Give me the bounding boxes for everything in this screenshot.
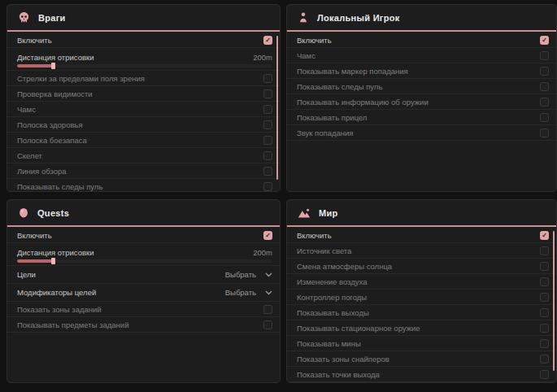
setting-label: Включить xyxy=(297,36,332,45)
setting-row[interactable]: Показывать предметы заданий xyxy=(7,317,280,333)
panel-enemies: Враги Включить✓Дистанция отрисовки200mСт… xyxy=(7,4,281,192)
setting-value: 200m xyxy=(253,248,272,257)
setting-row[interactable]: Чамс xyxy=(7,102,280,117)
checkbox[interactable] xyxy=(540,82,549,91)
checkbox[interactable] xyxy=(263,105,272,114)
setting-row[interactable]: Включить✓ xyxy=(7,33,280,48)
panel-enemies-body: Включить✓Дистанция отрисовки200mСтрелки … xyxy=(7,32,280,192)
checkbox[interactable] xyxy=(540,128,549,137)
setting-row[interactable]: Чамс xyxy=(287,48,556,63)
setting-row[interactable]: Звук попадания xyxy=(287,125,556,141)
checkbox[interactable]: ✓ xyxy=(540,231,549,240)
setting-row[interactable]: Показать зоны снайперов xyxy=(287,351,556,367)
checkbox[interactable]: ✓ xyxy=(263,36,272,45)
panel-local-player: Локальный Игрок Включить✓ЧамсПоказывать … xyxy=(286,4,557,192)
setting-row[interactable]: Показывать выходы xyxy=(287,305,556,320)
setting-label: Показывать предметы заданий xyxy=(17,320,128,329)
checkbox[interactable] xyxy=(540,262,549,271)
checkbox[interactable] xyxy=(263,167,272,176)
setting-row[interactable]: Показывать следы пуль xyxy=(287,79,556,94)
mountain-icon xyxy=(298,207,311,219)
checkbox[interactable] xyxy=(263,136,272,145)
checkbox[interactable] xyxy=(540,113,549,122)
scrollbar[interactable] xyxy=(553,231,555,371)
setting-row[interactable]: Показывать следы пуль xyxy=(7,179,280,192)
setting-row[interactable]: Показывать маркер попадания xyxy=(287,63,556,79)
setting-label: Полоска боезапаса xyxy=(17,136,87,145)
checkbox[interactable] xyxy=(540,339,549,348)
setting-label: Скелет xyxy=(17,151,42,160)
slider-thumb[interactable] xyxy=(51,258,55,264)
setting-label: Показывать прицел xyxy=(297,113,367,122)
checkbox[interactable] xyxy=(540,51,549,60)
setting-row[interactable]: Источник света xyxy=(287,243,556,259)
checkbox[interactable] xyxy=(263,120,272,129)
setting-label: Дистанция отрисовки xyxy=(17,248,94,257)
settings-grid: Враги Включить✓Дистанция отрисовки200mСт… xyxy=(0,0,557,392)
checkbox[interactable] xyxy=(540,355,549,364)
setting-row[interactable]: Стрелки за пределами поля зрения xyxy=(7,71,280,86)
slider-fill xyxy=(17,259,53,263)
panel-world: Мир Включить✓Источник светаСмена атмосфе… xyxy=(286,199,557,383)
egg-icon xyxy=(18,207,29,219)
setting-label: Звук попадания xyxy=(297,128,354,137)
setting-row[interactable]: Дистанция отрисовки200m xyxy=(7,243,280,266)
checkbox[interactable]: ✓ xyxy=(263,231,272,240)
panel-world-header: Мир xyxy=(287,200,556,227)
setting-row[interactable]: Линия обзора xyxy=(7,163,280,179)
checkbox[interactable] xyxy=(540,98,549,107)
setting-row[interactable]: Изменение воздуха xyxy=(287,274,556,290)
dropdown-button[interactable]: Выбрать xyxy=(225,270,272,279)
slider-fill xyxy=(17,64,53,68)
setting-row[interactable]: Включить✓ xyxy=(287,228,556,243)
checkbox[interactable] xyxy=(263,74,272,83)
checkbox[interactable] xyxy=(540,246,549,255)
setting-label: Чамс xyxy=(297,51,315,60)
setting-row[interactable]: Показывать прицел xyxy=(287,110,556,125)
setting-row[interactable]: Полоска боезапаса xyxy=(7,133,280,148)
setting-label: Цели xyxy=(17,270,36,279)
setting-label: Полоска здоровья xyxy=(17,120,83,129)
setting-row[interactable]: Показывать информацию об оружии xyxy=(287,94,556,110)
checkbox[interactable]: ✓ xyxy=(540,36,549,45)
setting-row[interactable]: ЦелиВыбрать xyxy=(7,266,280,284)
panel-title: Quests xyxy=(37,208,69,218)
setting-label: Чамс xyxy=(17,105,36,114)
setting-label: Изменение воздуха xyxy=(297,277,368,286)
checkbox[interactable] xyxy=(263,151,272,160)
setting-label: Смена атмосферы солнца xyxy=(297,262,392,271)
checkbox[interactable] xyxy=(540,67,549,76)
checkbox[interactable] xyxy=(263,182,272,191)
checkbox[interactable] xyxy=(540,308,549,317)
setting-row[interactable]: Показать точки выхода xyxy=(287,367,556,382)
slider-thumb[interactable] xyxy=(51,63,55,69)
checkbox[interactable] xyxy=(263,89,272,98)
slider[interactable] xyxy=(17,259,272,263)
setting-label: Проверка видимости xyxy=(17,89,93,98)
setting-row[interactable]: Проверка видимости xyxy=(7,86,280,102)
setting-label: Показывать мины xyxy=(297,339,361,348)
setting-row[interactable]: Модификаторы целейВыбрать xyxy=(7,284,280,302)
checkbox[interactable] xyxy=(540,293,549,302)
setting-row[interactable]: Включить✓ xyxy=(7,228,280,243)
setting-row[interactable]: Показать зоны заданий xyxy=(7,302,280,317)
setting-row[interactable]: Включить✓ xyxy=(287,33,556,48)
setting-label: Контроллер погоды xyxy=(297,293,367,302)
checkbox[interactable] xyxy=(540,370,549,379)
setting-row[interactable]: Скелет xyxy=(7,148,280,163)
setting-row[interactable]: Показывать мины xyxy=(287,336,556,351)
setting-row[interactable]: Показывать стационарное оружие xyxy=(287,320,556,336)
dropdown-button[interactable]: Выбрать xyxy=(225,288,272,297)
scrollbar[interactable] xyxy=(276,36,278,180)
checkbox[interactable] xyxy=(540,277,549,286)
slider[interactable] xyxy=(17,64,272,68)
checkbox[interactable] xyxy=(263,305,272,314)
setting-row[interactable]: Смена атмосферы солнца xyxy=(287,259,556,274)
setting-row[interactable]: Дистанция отрисовки200m xyxy=(7,48,280,71)
checkbox[interactable] xyxy=(540,324,549,333)
setting-label: Включить xyxy=(17,36,52,45)
panel-title: Враги xyxy=(38,13,66,23)
setting-row[interactable]: Контроллер погоды xyxy=(287,290,556,305)
setting-row[interactable]: Полоска здоровья xyxy=(7,117,280,133)
checkbox[interactable] xyxy=(263,320,272,329)
